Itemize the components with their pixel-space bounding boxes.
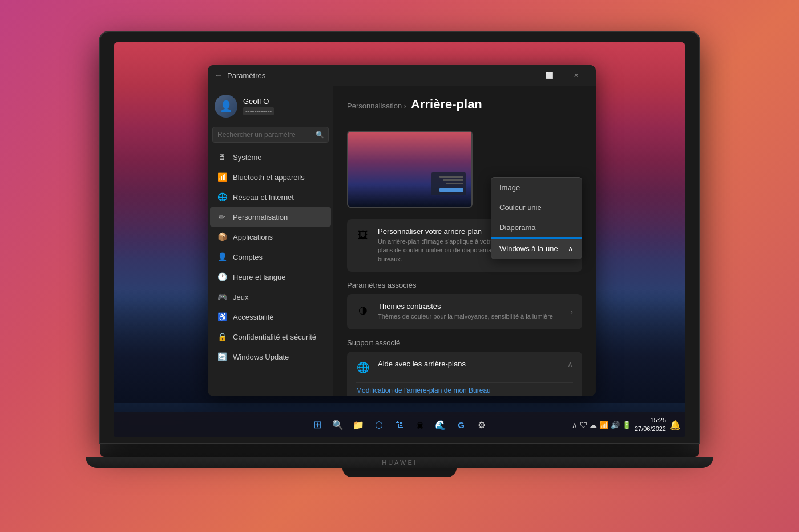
sidebar-item-network[interactable]: 🌐 Réseau et Internet	[210, 187, 331, 207]
page-title-row: Personnalisation › Arrière-plan	[347, 97, 582, 119]
user-email: ••••••••••••	[243, 107, 274, 115]
taskbar-settings-icon[interactable]: ⚙	[473, 416, 491, 434]
support-title: Support associé	[347, 338, 582, 347]
nav-label-accessibilite: Accessibilité	[233, 313, 274, 321]
dropdown-item-windows[interactable]: Windows à la une ∧	[491, 237, 582, 259]
chevron-right-icon: ›	[570, 307, 573, 316]
sidebar-item-applications[interactable]: 📦 Applications	[210, 227, 331, 247]
nav-label-confidentialite: Confidentialité et sécurité	[233, 333, 316, 341]
user-name: Geoff O	[243, 97, 326, 106]
sidebar-item-accessibilite[interactable]: ♿ Accessibilité	[210, 307, 331, 327]
taskbar-center: ⊞ 🔍 📁 ⬡ 🛍	[308, 416, 491, 434]
desktop-background: ← Paramètres — ⬜ ✕ 👤	[114, 42, 685, 437]
tray-chevron[interactable]: ∧	[572, 421, 578, 429]
search-icon: 🔍	[316, 131, 324, 139]
taskbar-explorer-icon[interactable]: 📁	[349, 416, 368, 434]
taskbar-google-icon[interactable]: G	[452, 416, 470, 434]
dropdown-item-diaporama[interactable]: Diaporama	[491, 217, 582, 237]
maximize-button[interactable]: ⬜	[536, 66, 563, 84]
nav-icon-jeux: 🎮	[217, 292, 227, 302]
tray-speaker-icon: 🔊	[611, 421, 620, 429]
notifications-icon[interactable]: 🔔	[669, 420, 681, 430]
breadcrumb: Personnalisation ›	[347, 102, 406, 110]
nav-icon-network: 🌐	[217, 192, 227, 202]
sidebar-item-jeux[interactable]: 🎮 Jeux	[210, 287, 331, 307]
collapse-icon[interactable]: ∧	[567, 360, 573, 369]
store-icon: 🛍	[395, 420, 404, 430]
taskbar-right: ∧ 🛡 ☁ 📶 🔊 🔋 15:25 27/06/2022 🔔	[572, 416, 681, 434]
dropdown-item-couleur[interactable]: Couleur unie	[491, 198, 582, 217]
windows-icon: ⊞	[313, 418, 322, 431]
background-type-dropdown: Image Couleur unie Diaporama Windows à l…	[491, 177, 582, 259]
browser-icon: 🌊	[435, 420, 446, 430]
titlebar-controls: — ⬜ ✕	[510, 66, 589, 84]
contrast-text: Thèmes contrastés Thèmes de couleur pour…	[378, 302, 562, 321]
avatar: 👤	[215, 95, 237, 118]
laptop-bottom-bar	[100, 443, 699, 457]
nav-label-windowsupdate: Windows Update	[233, 353, 289, 361]
taskbar-search-icon[interactable]: 🔍	[329, 416, 347, 434]
help-header-row[interactable]: 🌐 Aide avec les arrière-plans ∧	[347, 352, 582, 382]
sidebar-item-comptes[interactable]: 👤 Comptes	[210, 247, 331, 267]
gear-icon: ⚙	[478, 420, 486, 430]
nav-label-comptes: Comptes	[233, 253, 263, 261]
laptop-base	[86, 457, 713, 468]
nav-label-network: Réseau et Internet	[233, 193, 294, 201]
taskbar-browser-icon[interactable]: 🌊	[431, 416, 450, 434]
nav-icon-system: 🖥	[217, 152, 227, 162]
user-info: Geoff O ••••••••••••	[243, 97, 326, 116]
dropdown-item-image[interactable]: Image	[491, 178, 582, 198]
nav-icon-comptes: 👤	[217, 252, 227, 262]
system-tray: ∧ 🛡 ☁ 📶 🔊 🔋	[572, 421, 631, 429]
preview-bar	[439, 188, 463, 192]
taskbar: ⊞ 🔍 📁 ⬡ 🛍	[114, 412, 685, 437]
nav-label-jeux: Jeux	[233, 293, 248, 301]
folder-icon: 📁	[353, 420, 364, 430]
sidebar-item-personalisation[interactable]: ✏ Personnalisation	[210, 207, 331, 227]
help-text: Aide avec les arrière-plans	[378, 360, 559, 370]
associated-settings-card: ◑ Thèmes contrastés Thèmes de couleur po…	[347, 294, 582, 329]
taskbar-windows-icon[interactable]: ⊞	[308, 416, 326, 434]
screen-content: ← Paramètres — ⬜ ✕ 👤	[114, 42, 685, 437]
sidebar-item-confidentialite[interactable]: 🔒 Confidentialité et sécurité	[210, 327, 331, 346]
sidebar-item-heure[interactable]: 🕐 Heure et langue	[210, 267, 331, 287]
contrast-icon: ◑	[356, 303, 370, 317]
nav-icon-confidentialite: 🔒	[217, 332, 227, 342]
nav-icon-bluetooth: 📶	[217, 172, 227, 182]
dropdown-chevron-up-icon: ∧	[568, 244, 574, 253]
close-button[interactable]: ✕	[563, 66, 589, 84]
nav-icon-windowsupdate: 🔄	[217, 352, 227, 362]
search-box: 🔍	[212, 127, 329, 143]
support-link-1[interactable]: Modification de l'arrière-plan de mon Bu…	[347, 383, 582, 396]
window-title: Paramètres	[227, 71, 510, 80]
nav-label-bluetooth: Bluetooth et appareils	[233, 173, 305, 182]
taskbar-edge-icon[interactable]: ⬡	[370, 416, 388, 434]
sidebar-item-windowsupdate[interactable]: 🔄 Windows Update	[210, 347, 331, 366]
help-icon: 🌐	[356, 361, 370, 374]
laptop-outer: ← Paramètres — ⬜ ✕ 👤	[86, 32, 713, 500]
edge-icon: ⬡	[375, 420, 383, 430]
customize-icon: 🖼	[356, 228, 370, 242]
minimize-button[interactable]: —	[510, 66, 536, 84]
sidebar-item-bluetooth[interactable]: 📶 Bluetooth et appareils	[210, 167, 331, 187]
nav-label-applications: Applications	[233, 233, 273, 241]
system-clock[interactable]: 15:25 27/06/2022	[635, 416, 666, 434]
taskbar-chrome-icon[interactable]: ◉	[411, 416, 429, 434]
page-title: Arrière-plan	[411, 97, 482, 112]
tray-wifi-icon: 📶	[599, 421, 608, 429]
nav-list: 🖥 Système 📶 Bluetooth et appareils 🌐 Rés…	[208, 147, 333, 366]
associated-settings-title: Paramètres associés	[347, 281, 582, 289]
search-icon: 🔍	[332, 420, 344, 430]
user-profile[interactable]: 👤 Geoff O ••••••••••••	[208, 90, 333, 124]
search-input[interactable]	[212, 127, 329, 143]
google-icon: G	[458, 420, 465, 430]
support-card: 🌐 Aide avec les arrière-plans ∧ Modifica…	[347, 352, 582, 396]
settings-sidebar: 👤 Geoff O •••••••••••• 🔍	[208, 86, 333, 396]
themes-contrasted-row[interactable]: ◑ Thèmes contrastés Thèmes de couleur po…	[347, 294, 582, 329]
taskbar-store-icon[interactable]: 🛍	[390, 416, 409, 434]
contrast-desc: Thèmes de couleur pour la malvoyance, se…	[378, 312, 562, 321]
back-button[interactable]: ←	[215, 71, 223, 80]
sidebar-item-system[interactable]: 🖥 Système	[210, 147, 331, 167]
tray-security-icon: 🛡	[580, 421, 587, 429]
settings-body: 👤 Geoff O •••••••••••• 🔍	[208, 86, 596, 396]
